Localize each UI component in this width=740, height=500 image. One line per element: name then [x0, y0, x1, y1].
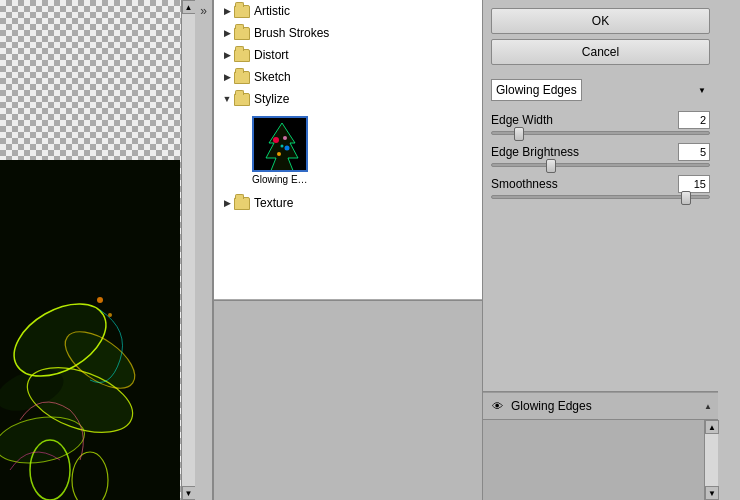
- edge-brightness-group: Edge Brightness 5: [491, 143, 710, 167]
- controls-area: Glowing Edges ▼ Edge Width 2 Edge Bright…: [483, 73, 718, 213]
- filter-label-stylize: Stylize: [254, 92, 289, 106]
- filter-label-sketch: Sketch: [254, 70, 291, 84]
- smoothness-label: Smoothness: [491, 177, 558, 191]
- filter-item-texture[interactable]: ▶ Texture: [214, 192, 482, 214]
- dropdown-arrow-icon: ▼: [698, 86, 706, 95]
- svg-point-13: [108, 313, 112, 317]
- filter-item-stylize[interactable]: ▼ Stylize: [214, 88, 482, 110]
- expand-arrow-stylize: ▼: [220, 92, 234, 106]
- edge-brightness-thumb[interactable]: [546, 159, 556, 173]
- folder-icon-stylize: [234, 93, 250, 106]
- left-scrollbar: ▲ ▼: [181, 0, 195, 500]
- filter-thumb-glowing-edges[interactable]: Glowing Edges: [252, 116, 308, 185]
- collapse-panel-button[interactable]: »: [195, 0, 213, 500]
- expand-arrow-brush: ▶: [220, 26, 234, 40]
- smoothness-label-row: Smoothness 15: [491, 175, 710, 193]
- scroll-track: [182, 14, 196, 486]
- edge-width-label: Edge Width: [491, 113, 553, 127]
- canvas-area: ▲ ▼: [0, 0, 195, 500]
- smoothness-group: Smoothness 15: [491, 175, 710, 199]
- effects-scroll-down-arrow[interactable]: ▼: [705, 486, 719, 500]
- edge-brightness-track[interactable]: [491, 163, 710, 167]
- expand-arrow-distort: ▶: [220, 48, 234, 62]
- filter-item-brush-strokes[interactable]: ▶ Brush Strokes: [214, 22, 482, 44]
- cancel-button[interactable]: Cancel: [491, 39, 710, 65]
- filter-label-distort: Distort: [254, 48, 289, 62]
- right-spacer: [483, 213, 718, 391]
- effects-scroll-up-arrow[interactable]: ▲: [705, 420, 719, 434]
- svg-point-20: [283, 136, 287, 140]
- effects-body: [483, 420, 704, 500]
- glowing-edges-thumb-label: Glowing Edges: [252, 174, 308, 185]
- filter-label-artistic: Artistic: [254, 4, 290, 18]
- edge-brightness-value[interactable]: 5: [678, 143, 710, 161]
- ok-button[interactable]: OK: [491, 8, 710, 34]
- smoothness-thumb[interactable]: [681, 191, 691, 205]
- filter-list: ▶ Artistic ▶ Brush Strokes ▶ Distort ▶ S…: [214, 0, 482, 300]
- expand-arrow-texture: ▶: [220, 196, 234, 210]
- filter-label-brush: Brush Strokes: [254, 26, 329, 40]
- effects-header-label: Glowing Edges: [511, 399, 698, 413]
- effects-scroll-track: [705, 434, 718, 486]
- svg-point-18: [285, 146, 290, 151]
- canvas-image: [0, 160, 180, 500]
- folder-icon-sketch: [234, 71, 250, 84]
- folder-icon-texture: [234, 197, 250, 210]
- svg-point-17: [273, 137, 279, 143]
- effects-body-row: ▲ ▼: [483, 420, 718, 500]
- svg-point-12: [97, 297, 103, 303]
- edge-width-thumb[interactable]: [514, 127, 524, 141]
- edge-width-label-row: Edge Width 2: [491, 111, 710, 129]
- edge-brightness-label: Edge Brightness: [491, 145, 579, 159]
- effect-dropdown-row: Glowing Edges ▼: [491, 79, 710, 101]
- filter-item-distort[interactable]: ▶ Distort: [214, 44, 482, 66]
- glowing-edges-thumbnail: [252, 116, 308, 172]
- effects-header: 👁 Glowing Edges ▲: [483, 392, 718, 420]
- effects-scrollbar: ▲ ▼: [704, 420, 718, 500]
- right-panel: OK Cancel Glowing Edges ▼ Edge Width 2: [483, 0, 718, 500]
- expand-arrow-artistic: ▶: [220, 4, 234, 18]
- edge-width-track[interactable]: [491, 131, 710, 135]
- effects-scroll-up[interactable]: ▲: [704, 402, 712, 411]
- filter-label-texture: Texture: [254, 196, 293, 210]
- effects-panel: 👁 Glowing Edges ▲ ▲ ▼: [483, 391, 718, 500]
- svg-point-19: [277, 152, 281, 156]
- eye-icon[interactable]: 👁: [489, 399, 505, 413]
- preview-area: [214, 300, 482, 500]
- folder-icon-brush: [234, 27, 250, 40]
- folder-icon-artistic: [234, 5, 250, 18]
- filter-item-artistic[interactable]: ▶ Artistic: [214, 0, 482, 22]
- filter-item-sketch[interactable]: ▶ Sketch: [214, 66, 482, 88]
- edge-width-value[interactable]: 2: [678, 111, 710, 129]
- expand-arrow-sketch: ▶: [220, 70, 234, 84]
- scroll-down-arrow[interactable]: ▼: [182, 486, 196, 500]
- effect-dropdown[interactable]: Glowing Edges: [491, 79, 582, 101]
- smoothness-track[interactable]: [491, 195, 710, 199]
- folder-icon-distort: [234, 49, 250, 62]
- filter-panel: ▶ Artistic ▶ Brush Strokes ▶ Distort ▶ S…: [213, 0, 483, 500]
- effect-dropdown-wrapper: Glowing Edges ▼: [491, 79, 710, 101]
- stylize-content: Glowing Edges: [214, 110, 482, 192]
- edge-brightness-label-row: Edge Brightness 5: [491, 143, 710, 161]
- scroll-up-arrow[interactable]: ▲: [182, 0, 196, 14]
- svg-point-21: [281, 145, 284, 148]
- edge-width-group: Edge Width 2: [491, 111, 710, 135]
- buttons-area: OK Cancel: [483, 0, 718, 73]
